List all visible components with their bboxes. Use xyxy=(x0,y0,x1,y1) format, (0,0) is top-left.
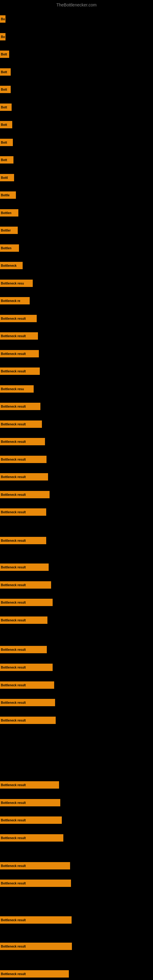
bar-label: Bottleneck result xyxy=(1,317,26,320)
bar-row: Bottleneck result xyxy=(0,663,53,671)
bar-label: Bottleneck resu xyxy=(1,387,24,391)
bar-label: Bottleneck result xyxy=(1,819,26,822)
bar-row: Bottleneck result xyxy=(0,599,53,606)
bar-row: Bottleneck resu xyxy=(0,385,33,393)
bar-label: Bottleneck result xyxy=(1,475,26,479)
bar-row: Bottleneck result xyxy=(0,916,72,924)
bar: Bottleneck result xyxy=(0,880,71,887)
bar-row: Bott xyxy=(0,68,11,76)
bar-label: Bottlen xyxy=(1,247,11,250)
bar-label: Bott xyxy=(1,52,7,56)
site-title: TheBottlenecker.com xyxy=(0,0,153,10)
bar: Bottleneck result xyxy=(0,862,70,869)
bar-label: Bottleneck result xyxy=(1,458,26,461)
bar-row: Bottleneck result xyxy=(0,420,42,428)
bar-row: Bottleneck result xyxy=(0,943,72,950)
bar-label: Bottleneck result xyxy=(1,352,26,356)
bar-label: Bottleneck result xyxy=(1,801,26,805)
bar: Bottleneck result xyxy=(0,816,62,824)
bar: Bottleneck result xyxy=(0,599,53,606)
bar-row: Bottleneck result xyxy=(0,581,51,589)
bar-label: Bottle xyxy=(1,194,10,197)
bar-row: Bottleneck result xyxy=(0,315,37,322)
bar: Bottleneck result xyxy=(0,717,56,724)
bar-label: Bottleneck result xyxy=(1,648,26,651)
bar-row: Bottleneck result xyxy=(0,717,56,724)
bar: Bottleneck result xyxy=(0,916,72,924)
bar-row: Bottleneck result xyxy=(0,646,47,653)
bar: Bott xyxy=(0,86,11,93)
bar: Bottleneck result xyxy=(0,491,49,498)
bar: Bottleneck result xyxy=(0,403,40,410)
bar-row: Bottleneck result xyxy=(0,403,40,410)
bar-label: Bottleneck re xyxy=(1,299,20,302)
bar-label: Bottleneck result xyxy=(1,370,26,373)
bar: Bottleneck result xyxy=(0,456,46,463)
bar-row: Bottlen xyxy=(0,244,19,252)
bar: Bottleneck result xyxy=(0,420,42,428)
bar: Bott xyxy=(0,68,11,76)
bar: Bottleneck result xyxy=(0,781,59,789)
bar-label: Bottleneck result xyxy=(1,511,26,514)
bar: Bott xyxy=(0,51,9,58)
bar: Bott xyxy=(0,121,12,128)
bar-label: Bo xyxy=(1,35,5,38)
bar-label: Bottleneck result xyxy=(1,601,26,604)
bar: Bottlen xyxy=(0,244,19,252)
bar: Bottleneck result xyxy=(0,699,55,706)
bar: Bottleneck xyxy=(0,262,22,269)
bar-row: Bott xyxy=(0,139,13,146)
bar-label: Bottleneck result xyxy=(1,666,26,669)
bar: Bottleneck result xyxy=(0,943,72,950)
bar-label: Bottleneck result xyxy=(1,440,26,444)
bar: Bottleneck result xyxy=(0,473,48,480)
bar-label: Bottleneck result xyxy=(1,864,26,868)
bar: Bottleneck result xyxy=(0,332,38,340)
bar: Bottleneck result xyxy=(0,646,47,653)
bar-label: Bottleneck result xyxy=(1,836,26,840)
bar: Bottleneck result xyxy=(0,581,51,589)
bar: Bottle xyxy=(0,191,16,199)
bar: Bottleneck result xyxy=(0,315,37,322)
bar-row: Bottleneck result xyxy=(0,491,49,498)
bar: Bottleneck result xyxy=(0,563,49,571)
bar-label: Bott xyxy=(1,141,7,144)
bar-label: Bottleneck result xyxy=(1,493,26,496)
bar-row: Bottleneck result xyxy=(0,816,62,824)
bar: Bottleneck result xyxy=(0,616,48,624)
bar-row: Bott xyxy=(0,86,11,93)
bar-label: Bott xyxy=(1,106,7,109)
bar-row: Bo xyxy=(0,33,5,40)
bar: Bottleneck re xyxy=(0,297,30,304)
bar: Bo xyxy=(0,33,5,40)
bar-label: Bottleneck result xyxy=(1,584,26,587)
bar-label: Bottleneck result xyxy=(1,783,26,787)
bar-label: Bottlen xyxy=(1,211,11,215)
bar: Bottleneck result xyxy=(0,799,60,807)
bar-row: Bottleneck re xyxy=(0,297,30,304)
bar: Bottleneck result xyxy=(0,834,63,842)
bar-row: Bottleneck result xyxy=(0,368,40,375)
bar-label: Bottl xyxy=(1,176,8,180)
bar: Bott xyxy=(0,139,13,146)
bar-row: Bottleneck result xyxy=(0,862,70,869)
bar: Bottlen xyxy=(0,209,18,216)
bar-label: Bo xyxy=(1,18,5,21)
bar-row: Bottleneck resu xyxy=(0,280,33,287)
bar-label: Bottleneck result xyxy=(1,423,26,426)
bar-row: Bottleneck result xyxy=(0,781,59,789)
bar-label: Bottleneck result xyxy=(1,918,26,922)
bar: Bott xyxy=(0,156,13,164)
bar-row: Bottleneck result xyxy=(0,508,46,516)
bar-row: Bott xyxy=(0,156,13,164)
bar: Bottleneck result xyxy=(0,438,45,445)
bar-row: Bottleneck result xyxy=(0,970,69,978)
bar-row: Bottleneck result xyxy=(0,438,45,445)
bar-label: Bottleneck result xyxy=(1,619,26,622)
bar-label: Bottleneck result xyxy=(1,701,26,705)
bar-row: Bottleneck result xyxy=(0,332,38,340)
bar: Bottleneck resu xyxy=(0,280,33,287)
bar-label: Bott xyxy=(1,123,7,126)
bar: Bottleneck result xyxy=(0,350,39,357)
bar-label: Bott xyxy=(1,70,7,74)
